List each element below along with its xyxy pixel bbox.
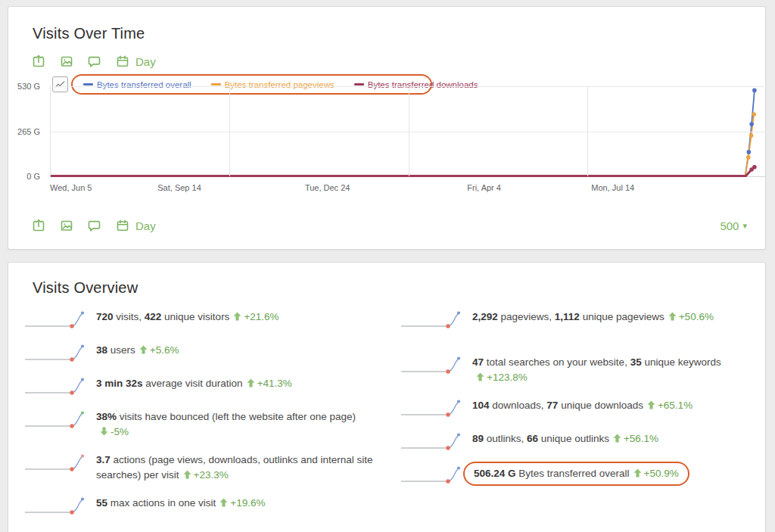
metric-value: 3.7 <box>96 454 110 465</box>
evolution-badge: +19.6% <box>216 497 265 509</box>
trend-up-icon <box>633 468 642 478</box>
sparkline[interactable] <box>400 465 462 485</box>
evolution-value: +41.3% <box>257 378 292 389</box>
row-limit-value: 500 <box>720 219 739 232</box>
metric-value: 66 <box>527 433 538 444</box>
sparkline[interactable] <box>24 453 86 473</box>
overview-column-left: 720 visits, 422 unique visitors+21.6% 38… <box>24 310 381 529</box>
series-line <box>51 167 755 176</box>
metric-label: users <box>107 344 135 356</box>
trend-up-icon <box>476 372 484 381</box>
export-icon[interactable] <box>31 218 46 233</box>
evolution-value: +50.6% <box>679 311 714 322</box>
sparkline[interactable] <box>24 377 86 397</box>
chart-toolbar-top: Day <box>31 54 156 69</box>
metric-label: actions (page views, downloads, outlinks… <box>96 454 372 481</box>
metric-row: 38 users+5.6% <box>24 343 381 363</box>
metric-text: 38% visits have bounced (left the websit… <box>96 409 356 440</box>
gridline-horizontal <box>51 132 766 132</box>
period-selector[interactable]: Day <box>115 54 156 69</box>
evolution-value: +56.1% <box>624 433 658 444</box>
metric-label: unique visitors <box>161 311 229 322</box>
annotations-icon[interactable] <box>87 218 102 233</box>
metric-text: 89 outlinks, 66 unique outlinks+56.1% <box>472 431 658 446</box>
annotations-icon[interactable] <box>87 54 102 69</box>
trend-up-icon <box>668 312 677 321</box>
evolution-badge: +23.3% <box>179 469 229 481</box>
sparkline[interactable] <box>24 344 86 363</box>
evolution-badge: +65.1% <box>643 400 693 411</box>
metric-value: 38 <box>96 344 107 356</box>
metric-label: unique pageviews <box>580 311 665 322</box>
sparkline[interactable] <box>400 310 462 330</box>
period-selector[interactable]: Day <box>115 218 156 233</box>
row-limit-selector[interactable]: 500 ▾ <box>720 219 747 232</box>
trend-down-icon <box>100 427 108 436</box>
metric-value: 89 <box>472 433 484 444</box>
evolution-value: +21.6% <box>244 311 279 322</box>
evolution-badge: +50.6% <box>665 311 714 322</box>
period-label: Day <box>135 219 156 232</box>
metric-row: 3 min 32s average visit duration+41.3% <box>24 376 381 397</box>
evolution-badge: +123.8% <box>472 370 721 385</box>
sparkline[interactable] <box>24 496 86 516</box>
section-title: Visits Overview <box>33 279 138 297</box>
overview-column-right: 2,292 pageviews, 1,112 unique pageviews+… <box>400 310 753 498</box>
metric-row: 104 downloads, 77 unique downloads+65.1% <box>400 398 753 418</box>
metric-value: 38% <box>96 411 117 422</box>
y-axis-tick: 530 G <box>0 82 40 91</box>
sparkline[interactable] <box>24 310 86 330</box>
metric-label: max actions in one visit <box>107 497 216 509</box>
calendar-icon <box>115 54 130 69</box>
data-point <box>752 112 756 117</box>
metric-value: 1,112 <box>555 311 580 322</box>
metric-label: unique downloads <box>558 400 643 411</box>
x-axis-tick: Wed, Jun 5 <box>50 183 92 192</box>
metric-row: 38% visits have bounced (left the websit… <box>24 409 381 440</box>
evolution-badge: +21.6% <box>229 311 279 322</box>
x-axis: Wed, Jun 5Sat, Sep 14Tue, Dec 24Fri, Apr… <box>50 183 765 194</box>
sparkline[interactable] <box>24 410 86 430</box>
metric-text: 2,292 pageviews, 1,112 unique pageviews+… <box>472 310 714 325</box>
metric-value: 2,292 <box>472 311 498 322</box>
sparkline[interactable] <box>400 399 462 418</box>
data-point <box>749 133 754 138</box>
sparkline[interactable] <box>400 356 462 375</box>
evolution-value: +50.9% <box>644 468 679 479</box>
trend-up-icon <box>183 470 191 479</box>
metric-value: 47 <box>472 356 484 368</box>
visits-overview-card: Visits Overview 720 visits, 422 unique v… <box>8 262 766 532</box>
evolution-value: -5% <box>110 426 129 437</box>
calendar-icon <box>115 218 130 233</box>
metric-row: 720 visits, 422 unique visitors+21.6% <box>24 310 381 330</box>
metric-text: 55 max actions in one visit+19.6% <box>96 496 266 511</box>
data-point <box>747 150 752 154</box>
series-line <box>51 90 755 176</box>
evolution-value: +65.1% <box>658 400 693 411</box>
legend-swatch <box>354 83 364 86</box>
metric-value: 506.24 G <box>474 468 516 479</box>
trend-up-icon <box>247 378 255 387</box>
export-icon[interactable] <box>31 54 46 69</box>
data-point <box>752 89 757 93</box>
legend-swatch <box>83 83 93 86</box>
metric-value: 104 <box>472 400 490 411</box>
legend-swatch <box>211 83 221 86</box>
export-image-icon[interactable] <box>59 218 74 233</box>
metric-text: 47 total searches on your website, 35 un… <box>472 355 721 385</box>
visits-over-time-card: Visits Over Time <box>8 6 766 250</box>
metric-row: 55 max actions in one visit+19.6% <box>24 496 381 516</box>
sparkline[interactable] <box>400 432 462 452</box>
metric-label: unique keywords <box>642 356 721 368</box>
metric-row: 47 total searches on your website, 35 un… <box>400 355 753 385</box>
export-image-icon[interactable] <box>59 54 74 69</box>
chevron-down-icon: ▾ <box>742 221 747 231</box>
metric-text-circled: 506.24 G Bytes transferred overall+50.9% <box>463 462 689 486</box>
x-axis-tick: Tue, Dec 24 <box>305 183 350 192</box>
x-axis-tick: Fri, Apr 4 <box>467 183 501 192</box>
metric-label: visits have bounced (left the website af… <box>117 411 356 422</box>
gridline-horizontal <box>51 86 766 87</box>
chart-toolbar-bottom: Day <box>31 218 156 233</box>
x-axis-tick: Sat, Sep 14 <box>157 183 201 192</box>
metric-label: downloads, <box>490 400 547 411</box>
